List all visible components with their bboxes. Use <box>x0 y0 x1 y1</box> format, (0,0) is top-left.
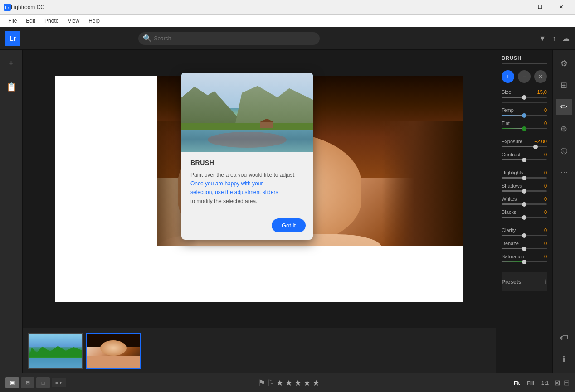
view-controls: ▣ ⊞ □ ≡ ▾ <box>5 377 66 388</box>
temp-label: Temp <box>502 107 514 113</box>
tint-slider[interactable] <box>502 128 547 129</box>
exposure-slider-row: Exposure +2,00 <box>502 139 547 147</box>
temp-slider-row: Temp 0 <box>502 107 547 116</box>
fit-button[interactable]: Fit <box>512 379 521 387</box>
flag-icon[interactable]: ⚑ <box>258 378 265 388</box>
menu-bar: File Edit Photo View Help <box>0 15 575 27</box>
grid-view-button[interactable]: ⊞ <box>21 377 34 388</box>
right-section: BRUSH + − ✕ Size 15,0 <box>496 50 575 373</box>
left-sidebar: + 📋 <box>0 50 23 373</box>
menu-edit[interactable]: Edit <box>21 16 40 26</box>
svg-text:Lr: Lr <box>5 5 9 10</box>
brush-subtract-button[interactable]: − <box>518 70 531 83</box>
compare-icon[interactable]: ⊠ <box>554 378 560 387</box>
healing-icon[interactable]: ⊕ <box>556 121 572 137</box>
add-icon[interactable]: + <box>3 55 19 72</box>
adjustments-icon[interactable]: ⚙ <box>556 55 572 72</box>
brush-panel: BRUSH + − ✕ Size 15,0 <box>496 50 552 373</box>
info-icon[interactable]: ℹ <box>545 278 547 286</box>
highlights-slider-row: Highlights 0 <box>502 170 547 179</box>
maximize-button[interactable]: ☐ <box>530 0 551 15</box>
whites-slider[interactable] <box>502 203 547 205</box>
tooltip-text: Paint over the area you would like to ad… <box>190 171 304 206</box>
clarity-slider-row: Clarity 0 <box>502 227 547 236</box>
fill-button[interactable]: Fill <box>525 379 536 387</box>
saturation-slider-row: Saturation 0 <box>502 254 547 262</box>
blacks-slider[interactable] <box>502 217 547 218</box>
size-slider[interactable] <box>502 97 547 98</box>
shadows-value: 0 <box>531 183 547 189</box>
exposure-slider[interactable] <box>502 146 547 147</box>
minimize-button[interactable]: — <box>509 0 530 15</box>
filmstrip-thumb-2[interactable] <box>86 333 141 369</box>
whites-value: 0 <box>531 196 547 202</box>
dehaze-label: Dehaze <box>502 241 519 246</box>
tint-label: Tint <box>502 121 510 126</box>
filter-icon[interactable]: ▼ <box>539 34 546 43</box>
menu-help[interactable]: Help <box>84 16 104 26</box>
got-it-button[interactable]: Got it <box>272 218 306 232</box>
more-tools-icon[interactable]: ⋯ <box>556 164 572 180</box>
contrast-slider[interactable] <box>502 159 547 160</box>
contrast-value: 0 <box>531 152 547 157</box>
right-tools-panel: ⚙ ⊞ ✏ ⊕ ◎ ⋯ 🏷 ℹ <box>552 50 575 373</box>
sort-button[interactable]: ≡ ▾ <box>52 378 66 387</box>
flag-outline-icon[interactable]: ⚐ <box>267 378 274 388</box>
tooltip-content: BRUSH Paint over the area you would like… <box>181 152 313 215</box>
tint-slider-row: Tint 0 <box>502 121 547 129</box>
info-panel-icon[interactable]: ℹ <box>556 351 572 368</box>
temp-slider[interactable] <box>502 115 547 116</box>
contrast-label: Contrast <box>502 152 521 157</box>
search-input[interactable] <box>154 35 315 42</box>
star-1[interactable]: ★ <box>276 378 283 388</box>
star-5[interactable]: ★ <box>312 378 320 388</box>
import-icon[interactable]: 📋 <box>3 79 19 95</box>
upload-icon[interactable]: ↑ <box>552 34 556 43</box>
cloud-icon[interactable]: ☁ <box>562 34 570 43</box>
app-container: Lr 🔍 ▼ ↑ ☁ + 📋 <box>0 27 575 392</box>
menu-photo[interactable]: Photo <box>40 16 63 26</box>
dehaze-value: 0 <box>531 241 547 246</box>
close-button[interactable]: ✕ <box>551 0 571 15</box>
brush-icon[interactable]: ✏ <box>556 99 572 115</box>
whites-label: Whites <box>502 196 517 202</box>
shadows-slider-row: Shadows 0 <box>502 183 547 192</box>
brush-tooltip: BRUSH Paint over the area you would like… <box>181 73 313 240</box>
blacks-label: Blacks <box>502 209 516 215</box>
dehaze-slider[interactable] <box>502 248 547 249</box>
split-view-icon[interactable]: ⊟ <box>564 378 570 387</box>
tooltip-image <box>181 73 313 152</box>
star-4[interactable]: ★ <box>303 378 311 388</box>
brush-mode-buttons: + − ✕ <box>502 70 547 83</box>
filmstrip-thumb-1[interactable] <box>28 333 83 369</box>
highlights-label: Highlights <box>502 170 523 175</box>
main-content: + 📋 <box>0 50 575 373</box>
search-bar[interactable]: 🔍 <box>138 32 320 45</box>
square-view-button[interactable]: □ <box>36 377 50 388</box>
ratio-button[interactable]: 1:1 <box>540 379 551 387</box>
shadows-slider[interactable] <box>502 190 547 192</box>
photo-canvas: BRUSH Paint over the area you would like… <box>23 50 496 328</box>
star-3[interactable]: ★ <box>294 378 302 388</box>
radial-icon[interactable]: ◎ <box>556 142 572 159</box>
saturation-slider[interactable] <box>502 261 547 262</box>
shadows-label: Shadows <box>502 183 522 189</box>
brush-add-button[interactable]: + <box>502 70 514 83</box>
presets-footer: Presets ℹ <box>502 272 547 291</box>
filmstrip <box>23 328 496 373</box>
brush-erase-button[interactable]: ✕ <box>534 70 547 83</box>
clarity-slider[interactable] <box>502 235 547 236</box>
highlights-value: 0 <box>531 170 547 175</box>
single-view-button[interactable]: ▣ <box>5 377 19 388</box>
star-2[interactable]: ★ <box>285 378 292 388</box>
tooltip-footer: Got it <box>181 215 313 240</box>
photo-area: BRUSH Paint over the area you would like… <box>23 50 496 373</box>
portrait-thumbnail <box>87 334 140 368</box>
menu-file[interactable]: File <box>4 16 21 26</box>
highlights-slider[interactable] <box>502 177 547 179</box>
saturation-label: Saturation <box>502 254 524 259</box>
saturation-value: 0 <box>531 254 547 259</box>
tag-icon[interactable]: 🏷 <box>556 329 572 346</box>
menu-view[interactable]: View <box>63 16 84 26</box>
crop-icon[interactable]: ⊞ <box>556 77 572 93</box>
